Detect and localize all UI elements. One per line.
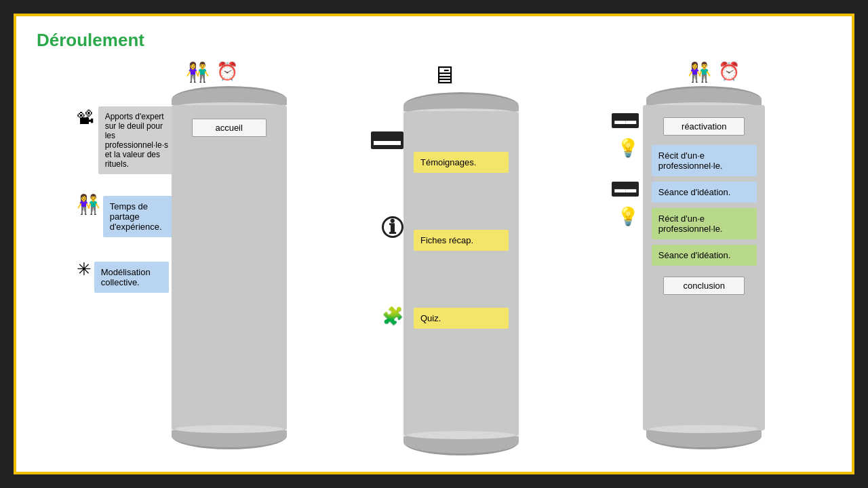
- scroll-top-col2: [403, 92, 519, 111]
- clock-icon-col3: ⏰: [718, 61, 740, 83]
- accueil-label: accueil: [192, 119, 267, 137]
- model-icon: ✳: [77, 259, 92, 280]
- monitor-icon: 🖥: [432, 61, 456, 89]
- bulb-icon-2: 💡: [617, 206, 639, 226]
- scroll-col1: accueil: [172, 86, 287, 449]
- people-sharing-icon: 👫: [77, 193, 100, 216]
- expert-icon: 📽: [77, 108, 94, 129]
- quiz-label: Quiz.: [414, 308, 509, 329]
- people-icon-col3: 👫: [688, 61, 711, 83]
- reactivation-label: réactivation: [663, 117, 745, 136]
- scroll-bottom-col3: [646, 430, 762, 449]
- people-icon-col1: 👫: [186, 61, 210, 83]
- info-icon: ℹ: [382, 216, 403, 238]
- sharing-text: Temps de partage d'expérience.: [103, 196, 178, 237]
- scroll-top-col1: [172, 86, 287, 105]
- conclusion-label: conclusion: [663, 277, 745, 295]
- scroll-bottom-col2: [403, 436, 519, 455]
- scroll-col3: réactivation Récit d'un·e professionnel·…: [643, 86, 765, 449]
- columns-container: 👫 ⏰ 📽 Apports d'expert sur le deuil pour…: [37, 61, 831, 455]
- model-text: Modélisation collective.: [94, 262, 169, 293]
- quiz-icon: 🧩: [382, 306, 403, 326]
- scroll-top-col3: [646, 86, 762, 105]
- column-2: 🖥 ▬▬ ℹ 🧩: [366, 61, 522, 455]
- expert-text: Apports d'expert sur le deuil pour les p…: [98, 106, 180, 174]
- page-title: Déroulement: [37, 30, 831, 51]
- scroll-body-col3: réactivation Récit d'un·e professionnel·…: [643, 105, 765, 430]
- seance2-label: Séance d'idéation.: [652, 245, 757, 266]
- column-1: 👫 ⏰ 📽 Apports d'expert sur le deuil pour…: [77, 61, 287, 449]
- seance1-label: Séance d'idéation.: [652, 182, 757, 203]
- scroll-body-col1: accueil: [172, 105, 287, 430]
- caption-icon-1: ▬▬: [612, 113, 639, 128]
- recit1-label: Récit d'un·e professionnel·le.: [652, 145, 757, 176]
- scroll-col2: Témoignages. Fiches récap. Quiz.: [403, 92, 519, 455]
- clock-icon-col1: ⏰: [216, 61, 238, 83]
- column-3: 👫 ⏰ ▬▬ 💡 ▬▬: [601, 61, 791, 449]
- recit2-label: Récit d'un·e professionnel·le.: [652, 208, 757, 239]
- testimonial-icon: ▬▬: [371, 131, 403, 149]
- scroll-body-col2: Témoignages. Fiches récap. Quiz.: [403, 111, 519, 436]
- bulb-icon-1: 💡: [617, 138, 639, 158]
- temoignages-label: Témoignages.: [414, 152, 509, 173]
- caption-icon-2: ▬▬: [612, 182, 639, 197]
- scroll-bottom-col1: [172, 430, 287, 449]
- fiches-label: Fiches récap.: [414, 230, 509, 251]
- main-container: Déroulement 👫 ⏰ 📽 Apports d'expert sur l…: [14, 14, 854, 474]
